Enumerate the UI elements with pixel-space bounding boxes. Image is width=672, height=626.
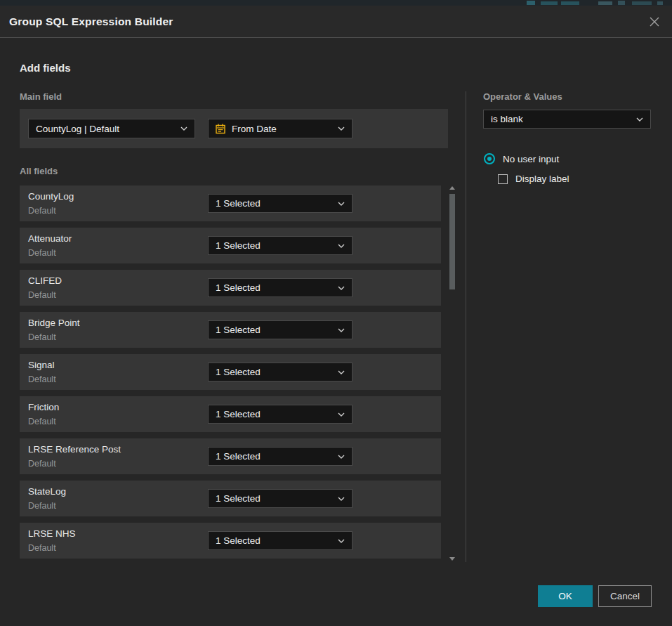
- field-row-clifed: CLIFED Default 1 Selected: [20, 270, 441, 306]
- field-selected-dropdown[interactable]: 1 Selected: [208, 447, 353, 466]
- display-label-checkbox[interactable]: [498, 174, 508, 184]
- display-label-text[interactable]: Display label: [515, 174, 569, 184]
- field-selected-dropdown[interactable]: 1 Selected: [208, 405, 353, 424]
- selected-value: 1 Selected: [216, 535, 334, 546]
- field-name: Signal: [28, 360, 55, 370]
- cancel-button[interactable]: Cancel: [598, 585, 652, 607]
- field-selected-dropdown[interactable]: 1 Selected: [208, 489, 353, 508]
- field-selected-dropdown[interactable]: 1 Selected: [208, 236, 353, 255]
- no-user-input-radio[interactable]: [484, 153, 495, 164]
- chevron-down-icon: [338, 539, 345, 543]
- operator-values-label: Operator & Values: [483, 91, 562, 102]
- field-name: StateLog: [28, 486, 66, 497]
- field-name: LRSE Reference Post: [28, 444, 121, 455]
- add-fields-heading: Add fields: [20, 62, 71, 74]
- selected-value: 1 Selected: [216, 198, 334, 209]
- close-icon: [649, 16, 660, 27]
- field-sublabel: Default: [28, 374, 56, 384]
- field-row-countylog: CountyLog Default 1 Selected: [20, 185, 441, 221]
- all-fields-label: All fields: [20, 166, 58, 176]
- selected-value: 1 Selected: [216, 240, 334, 251]
- field-selected-dropdown[interactable]: 1 Selected: [208, 531, 353, 550]
- main-field-layer-select[interactable]: CountyLog | Default: [28, 119, 195, 138]
- selected-value: 1 Selected: [216, 282, 334, 293]
- close-button[interactable]: [646, 13, 663, 30]
- chevron-down-icon: [338, 202, 345, 206]
- dialog-title: Group SQL Expression Builder: [9, 6, 173, 38]
- field-sublabel: Default: [28, 459, 56, 469]
- background-fragment: [527, 1, 535, 5]
- selected-value: 1 Selected: [216, 325, 334, 335]
- list-scrollbar[interactable]: [449, 185, 456, 562]
- chevron-down-icon: [180, 126, 187, 131]
- background-fragment: [598, 1, 612, 5]
- field-name: Attenuator: [28, 233, 72, 244]
- field-name: Bridge Point: [28, 318, 80, 328]
- field-selected-dropdown[interactable]: 1 Selected: [208, 320, 353, 339]
- chevron-down-icon: [636, 117, 643, 122]
- field-row-attenuator: Attenuator Default 1 Selected: [20, 228, 441, 263]
- field-row-statelog: StateLog Default 1 Selected: [20, 481, 441, 516]
- selected-value: 1 Selected: [216, 451, 334, 462]
- no-user-input-option[interactable]: No user input: [484, 153, 559, 164]
- background-app-strip: [0, 0, 672, 6]
- field-sublabel: Default: [28, 206, 56, 216]
- scroll-up-arrow-icon[interactable]: [449, 186, 455, 190]
- scrollbar-thumb[interactable]: [449, 194, 455, 289]
- background-fragment: [541, 1, 558, 5]
- scroll-down-arrow-icon[interactable]: [449, 557, 455, 561]
- panel-divider: [466, 91, 466, 562]
- field-row-signal: Signal Default 1 Selected: [20, 354, 441, 390]
- field-name: CountyLog: [28, 191, 74, 202]
- all-fields-list: CountyLog Default 1 Selected Attenuator …: [20, 185, 441, 565]
- field-sublabel: Default: [28, 332, 56, 342]
- selected-value: 1 Selected: [216, 367, 334, 377]
- chevron-down-icon: [338, 497, 345, 501]
- no-user-input-label[interactable]: No user input: [503, 154, 559, 164]
- ok-button[interactable]: OK: [538, 585, 593, 607]
- display-label-option[interactable]: Display label: [498, 174, 569, 184]
- background-fragment: [632, 1, 652, 5]
- field-sublabel: Default: [28, 248, 56, 258]
- calendar-icon: [216, 124, 225, 134]
- field-row-lrse-reference-post: LRSE Reference Post Default 1 Selected: [20, 438, 441, 474]
- chevron-down-icon: [338, 126, 345, 131]
- chevron-down-icon: [338, 412, 345, 417]
- chevron-down-icon: [338, 286, 345, 290]
- selected-value: 1 Selected: [216, 493, 334, 504]
- operator-select-value: is blank: [491, 114, 632, 124]
- chevron-down-icon: [338, 370, 345, 374]
- field-row-friction: Friction Default 1 Selected: [20, 396, 441, 432]
- field-selected-dropdown[interactable]: 1 Selected: [208, 278, 353, 297]
- background-fragment: [561, 1, 579, 5]
- main-field-field-select[interactable]: From Date: [208, 119, 353, 138]
- field-name: Friction: [28, 402, 59, 412]
- field-selected-dropdown[interactable]: 1 Selected: [208, 363, 353, 382]
- main-field-container: CountyLog | Default From Date: [20, 109, 448, 148]
- chevron-down-icon: [338, 328, 345, 332]
- chevron-down-icon: [338, 455, 345, 459]
- field-row-bridge-point: Bridge Point Default 1 Selected: [20, 312, 441, 348]
- layer-select-value: CountyLog | Default: [36, 124, 176, 134]
- field-sublabel: Default: [28, 543, 56, 553]
- field-name: LRSE NHS: [28, 528, 76, 539]
- field-sublabel: Default: [28, 290, 56, 300]
- field-sublabel: Default: [28, 417, 56, 426]
- field-select-value: From Date: [232, 124, 334, 134]
- chevron-down-icon: [338, 244, 345, 248]
- field-row-lrse-nhs: LRSE NHS Default 1 Selected: [20, 523, 441, 559]
- main-field-label: Main field: [20, 91, 62, 102]
- field-sublabel: Default: [28, 501, 56, 511]
- dialog-title-bar: Group SQL Expression Builder: [0, 6, 672, 38]
- group-sql-expression-builder-dialog: Group SQL Expression Builder Add fields …: [0, 0, 672, 626]
- operator-select[interactable]: is blank: [483, 110, 651, 129]
- background-fragment: [657, 1, 663, 5]
- background-fragment: [618, 1, 625, 5]
- selected-value: 1 Selected: [216, 409, 334, 419]
- field-name: CLIFED: [28, 275, 62, 286]
- field-selected-dropdown[interactable]: 1 Selected: [208, 194, 353, 213]
